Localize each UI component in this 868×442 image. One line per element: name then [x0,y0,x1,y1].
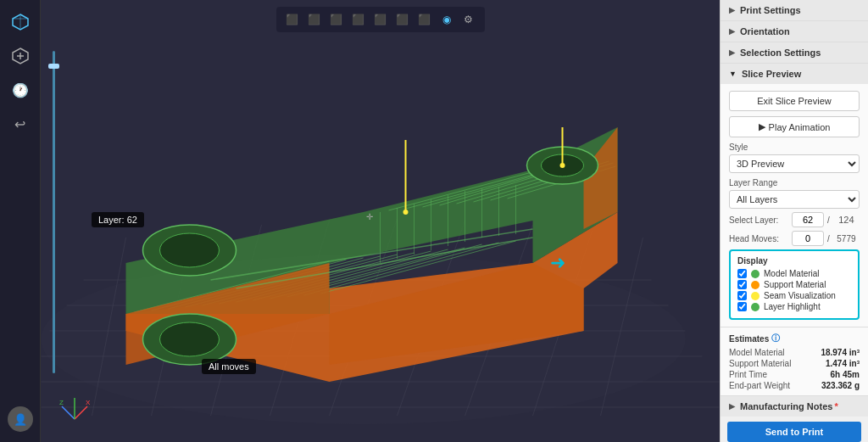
head-moves-input[interactable] [792,231,824,246]
support-material-checkbox[interactable] [737,280,747,289]
support-material-dot [751,281,760,289]
view-fit-btn[interactable]: ⬛ [371,10,390,29]
estimates-row-weight: End-part Weight 323.362 g [729,381,860,390]
head-moves-row: Head Moves: / 5779 [729,231,860,246]
svg-point-52 [160,233,220,267]
layer-range-label: Layer Range [729,178,860,187]
view-iso-btn[interactable]: ⬛ [349,10,368,29]
estimates-weight-key: End-part Weight [729,381,790,390]
view-side-btn[interactable]: ⬛ [327,10,346,29]
svg-text:X: X [86,399,91,406]
viewport-toolbar: ⬛ ⬛ ⬛ ⬛ ⬛ ⬛ ⬛ ◉ ⚙ [276,7,485,32]
selection-settings-arrow: ▶ [729,48,735,57]
view-front-btn[interactable]: ⬛ [283,10,302,29]
history-icon[interactable]: ↩ [5,109,36,139]
display-box: Display Model Material Support Material … [729,249,860,320]
estimates-time-val: 6h 45m [831,370,860,379]
layer-highlight-dot [751,303,760,311]
head-moves-label: Head Moves: [729,234,788,243]
svg-text:Z: Z [59,399,64,406]
estimates-weight-val: 323.362 g [821,381,860,390]
manufacturing-notes-label: Manufacturing Notes [740,401,832,411]
print-settings-label: Print Settings [740,5,801,15]
select-layer-max: 124 [833,213,860,227]
layer-label: Layer: 62 [92,212,144,227]
layer-range-select[interactable]: All Layers [729,190,860,209]
layer-slider[interactable] [53,51,55,373]
orientation-section: ▶ Orientation [721,21,868,42]
print-settings-arrow: ▶ [729,6,735,14]
estimates-row-support: Support Material 1.474 in³ [729,359,860,368]
model-material-label: Model Material [764,269,820,278]
cursor-indicator: ✛ [366,212,373,221]
add-model-icon[interactable] [5,41,36,71]
display-item-seam: Seam Visualization [737,291,851,300]
layer-highlight-checkbox[interactable] [737,302,747,311]
display-item-support: Support Material [737,280,851,289]
svg-point-56 [160,322,220,356]
orientation-arrow: ▶ [729,27,735,36]
svg-point-60 [403,210,409,215]
viewport: ⬛ ⬛ ⬛ ⬛ ⬛ ⬛ ⬛ ◉ ⚙ Layer: 62 All moves Z … [41,0,720,442]
bottom-buttons: Send to Print Export [721,417,868,442]
slice-preview-header[interactable]: ▼ Slice Preview [721,64,868,84]
play-animation-label: Play Animation [769,122,831,132]
manufacturing-notes-header[interactable]: ▶ Manufacturing Notes * [721,395,868,417]
select-layer-input[interactable] [792,212,824,227]
clock-icon[interactable]: 🕐 [5,75,36,105]
user-avatar[interactable]: 👤 [8,406,33,432]
view-top-btn[interactable]: ⬛ [305,10,324,29]
estimates-row-time: Print Time 6h 45m [729,370,860,379]
support-material-label: Support Material [764,280,826,289]
manufacturing-asterisk: * [834,401,837,411]
estimates-info-icon[interactable]: ⓘ [771,333,780,344]
print-settings-section: ▶ Print Settings [721,0,868,21]
slice-preview-section: ▼ Slice Preview Exit Slice Preview ▶ Pla… [721,64,868,327]
mfg-arrow: ▶ [729,402,735,411]
moves-label: All moves [202,359,256,374]
estimates-model-key: Model Material [729,348,785,357]
play-animation-button[interactable]: ▶ Play Animation [729,116,860,137]
display-arrow: ➜ [550,252,565,274]
cube-icon[interactable] [5,7,36,37]
view-rotate-btn[interactable]: ⬛ [415,10,434,29]
estimates-label: Estimates [729,334,769,344]
view-zoom-btn[interactable]: ⬛ [393,10,412,29]
display-title: Display [737,256,851,266]
seam-visualization-dot [751,292,760,300]
view-shaded-btn[interactable]: ◉ [437,10,456,29]
estimates-row-model: Model Material 18.974 in³ [729,348,860,357]
view-settings-btn[interactable]: ⚙ [459,10,478,29]
layer-slider-thumb[interactable] [48,64,59,69]
style-label: Style [729,143,860,152]
slice-preview-arrow: ▼ [729,70,737,78]
head-moves-max: 5779 [833,232,860,245]
estimates-section: Estimates ⓘ Model Material 18.974 in³ Su… [721,327,868,395]
selection-settings-section: ▶ Selection Settings [721,42,868,64]
slice-preview-label: Slice Preview [742,69,801,79]
model-material-checkbox[interactable] [737,269,747,278]
slice-preview-content: Exit Slice Preview ▶ Play Animation Styl… [721,84,868,327]
exit-slice-preview-button[interactable]: Exit Slice Preview [729,91,860,111]
estimates-support-val: 1.474 in³ [826,359,860,368]
model-material-dot [751,270,760,278]
estimates-model-val: 18.974 in³ [821,348,860,357]
display-item-highlight: Layer Highlight [737,302,851,311]
selection-settings-header[interactable]: ▶ Selection Settings [721,42,868,63]
print-settings-header[interactable]: ▶ Print Settings [721,0,868,20]
style-select[interactable]: 3D Preview [729,154,860,173]
svg-line-63 [62,406,75,419]
select-layer-row: Select Layer: / 124 [729,212,860,227]
right-panel: ▶ Print Settings ▶ Orientation ▶ Selecti… [720,0,868,442]
svg-line-64 [75,406,87,419]
display-item-model: Model Material [737,269,851,278]
head-moves-sep: / [827,234,830,243]
layer-highlight-label: Layer Highlight [764,302,821,311]
selection-settings-label: Selection Settings [740,48,821,58]
send-to-print-button[interactable]: Send to Print [727,422,861,442]
select-layer-sep: / [827,215,830,225]
select-layer-label: Select Layer: [729,215,788,225]
orientation-header[interactable]: ▶ Orientation [721,21,868,42]
orientation-label: Orientation [740,26,790,36]
seam-visualization-checkbox[interactable] [737,291,747,300]
